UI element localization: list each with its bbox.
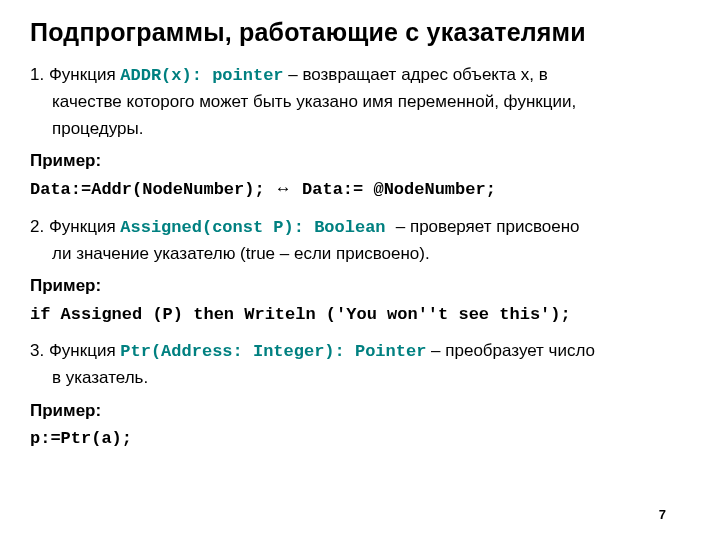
item-2-tail1: – проверяет присвоено: [396, 217, 580, 236]
item-1-example: Data:=Addr(NodeNumber); ↔ Data:= @NodeNu…: [30, 176, 690, 203]
item-1-lead: 1. Функция: [30, 65, 120, 84]
item-1: 1. Функция ADDR(x): pointer – возвращает…: [30, 62, 690, 142]
item-3-tail1: – преобразует число: [426, 341, 595, 360]
item-2-line2: ли значение указателю (true – если присв…: [30, 241, 690, 267]
item-2-code: Assigned(const P): Boolean: [120, 218, 395, 237]
item-2-lead: 2. Функция: [30, 217, 120, 236]
item-2-line1: 2. Функция Assigned(const P): Boolean – …: [30, 214, 690, 241]
item-3-lead: 3. Функция: [30, 341, 120, 360]
item-3-example: p:=Ptr(a);: [30, 426, 690, 452]
item-1-code: ADDR(x): pointer: [120, 66, 283, 85]
item-1-line3: процедуры.: [30, 116, 690, 142]
slide: Подпрограммы, работающие с указателями 1…: [0, 0, 720, 540]
slide-title: Подпрограммы, работающие с указателями: [30, 18, 690, 47]
slide-body: 1. Функция ADDR(x): pointer – возвращает…: [30, 62, 690, 452]
item-1-line2: качестве которого может быть указано имя…: [30, 89, 690, 115]
item-3-line1: 3. Функция Ptr(Address: Integer): Pointe…: [30, 338, 690, 365]
item-3-line2: в указатель.: [30, 365, 690, 391]
page-number: 7: [659, 507, 666, 522]
item-1-tail1: – возвращает адрес объекта x, в: [284, 65, 548, 84]
item-1-example-label: Пример:: [30, 148, 690, 174]
item-2-example: if Assigned (P) then Writeln ('You won''…: [30, 302, 690, 328]
item-3: 3. Функция Ptr(Address: Integer): Pointe…: [30, 338, 690, 392]
item-3-example-label: Пример:: [30, 398, 690, 424]
item-1-line1: 1. Функция ADDR(x): pointer – возвращает…: [30, 62, 690, 89]
item-1-example-a: Data:=Addr(NodeNumber);: [30, 180, 275, 199]
item-1-example-b: Data:= @NodeNumber;: [292, 180, 496, 199]
item-2: 2. Функция Assigned(const P): Boolean – …: [30, 214, 690, 268]
arrow-icon: ↔: [275, 179, 292, 198]
item-2-example-label: Пример:: [30, 273, 690, 299]
item-3-code: Ptr(Address: Integer): Pointer: [120, 342, 426, 361]
